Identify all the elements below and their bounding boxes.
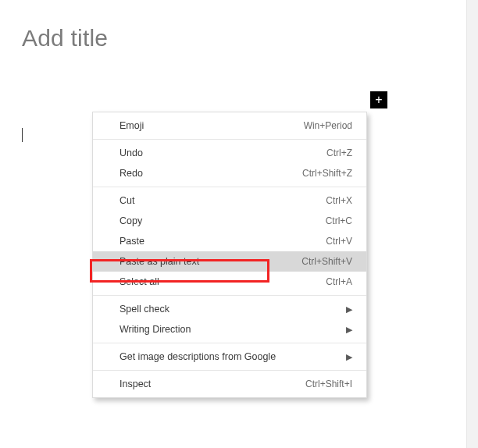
menu-item-label: Paste as plain text	[120, 256, 301, 267]
submenu-arrow-icon: ▶	[346, 325, 352, 335]
menu-item-inspect[interactable]: InspectCtrl+Shift+I	[93, 374, 366, 394]
menu-item-label: Emoji	[120, 120, 304, 131]
menu-item-label: Cut	[120, 195, 326, 206]
menu-item-label: Select all	[120, 276, 326, 287]
add-block-button[interactable]: +	[370, 91, 387, 108]
menu-item-label: Paste	[120, 236, 326, 247]
menu-item-get-image-descriptions-from-google[interactable]: Get image descriptions from Google▶	[93, 347, 366, 367]
submenu-arrow-icon: ▶	[346, 304, 352, 315]
menu-item-label: Undo	[120, 148, 326, 158]
submenu-arrow-icon: ▶	[346, 352, 352, 362]
menu-item-undo[interactable]: UndoCtrl+Z	[93, 143, 366, 163]
context-menu: EmojiWin+PeriodUndoCtrl+ZRedoCtrl+Shift+…	[92, 112, 367, 398]
menu-item-paste[interactable]: PasteCtrl+V	[93, 231, 366, 251]
menu-item-shortcut: Ctrl+C	[326, 215, 352, 226]
menu-item-label: Spell check	[120, 304, 341, 315]
menu-item-shortcut: Ctrl+Shift+Z	[302, 168, 352, 179]
menu-item-shortcut: Ctrl+A	[326, 276, 352, 287]
menu-item-redo[interactable]: RedoCtrl+Shift+Z	[93, 163, 366, 183]
menu-item-label: Redo	[120, 168, 302, 179]
menu-item-shortcut: Ctrl+X	[326, 195, 352, 206]
sidebar-strip	[466, 0, 478, 448]
menu-item-label: Writing Direction	[120, 324, 341, 335]
menu-item-shortcut: Ctrl+Shift+V	[301, 256, 352, 267]
menu-item-select-all[interactable]: Select allCtrl+A	[93, 272, 366, 292]
menu-item-writing-direction[interactable]: Writing Direction▶	[93, 319, 366, 340]
menu-item-label: Inspect	[120, 379, 305, 389]
menu-item-shortcut: Ctrl+Z	[326, 148, 352, 158]
menu-item-label: Copy	[120, 215, 326, 226]
menu-item-shortcut: Win+Period	[304, 120, 352, 131]
menu-item-shortcut: Ctrl+Shift+I	[305, 379, 352, 389]
menu-item-shortcut: Ctrl+V	[326, 236, 352, 247]
menu-item-cut[interactable]: CutCtrl+X	[93, 190, 366, 211]
menu-item-emoji[interactable]: EmojiWin+Period	[93, 116, 366, 136]
menu-item-paste-as-plain-text[interactable]: Paste as plain textCtrl+Shift+V	[93, 251, 366, 272]
menu-item-copy[interactable]: CopyCtrl+C	[93, 211, 366, 231]
title-input[interactable]: Add title	[22, 25, 456, 52]
menu-item-spell-check[interactable]: Spell check▶	[93, 299, 366, 319]
menu-item-label: Get image descriptions from Google	[120, 351, 341, 362]
text-cursor	[22, 128, 23, 142]
plus-icon: +	[375, 94, 382, 106]
